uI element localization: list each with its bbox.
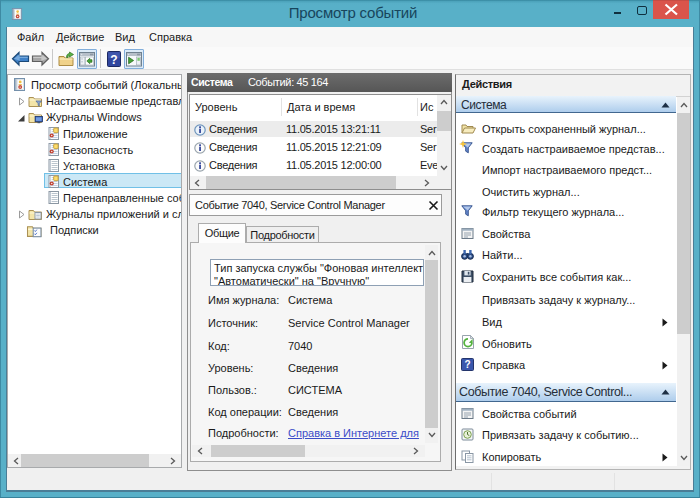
svg-text:?: ?: [110, 53, 117, 67]
